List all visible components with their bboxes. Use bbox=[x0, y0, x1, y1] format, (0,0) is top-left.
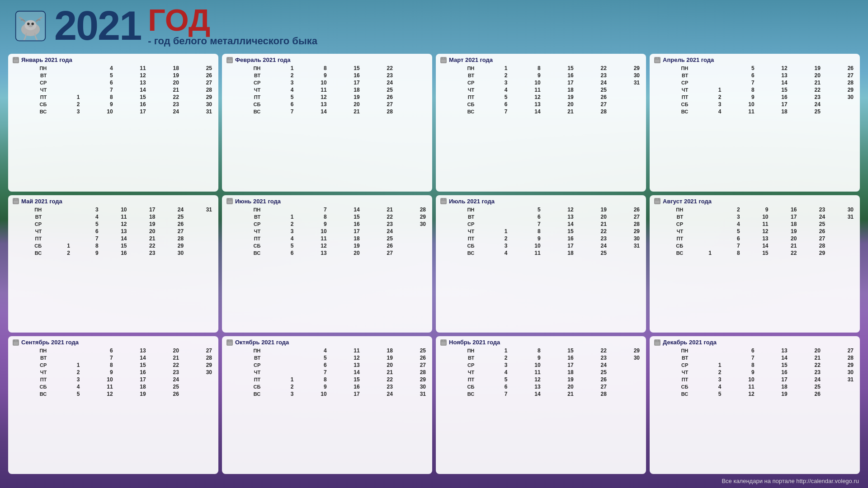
calendars-grid: Январь 2021 годаПН4111825ВТ5121926СР6132… bbox=[0, 52, 868, 476]
date-cell: 24 bbox=[148, 108, 181, 115]
table-row: ПТ5121926 bbox=[440, 94, 642, 101]
date-cell: 20 bbox=[576, 213, 609, 221]
date-cell: 31 bbox=[822, 376, 855, 383]
date-cell: 12 bbox=[81, 390, 114, 398]
table-row: ЧТ5121926 bbox=[654, 228, 855, 235]
day-label: ПН bbox=[13, 206, 43, 213]
table-row: ПН18152229 bbox=[440, 347, 642, 354]
date-cell: 20 bbox=[129, 228, 157, 235]
day-label: СБ bbox=[13, 101, 48, 108]
date-cell: 9 bbox=[81, 369, 114, 376]
date-cell: 2 bbox=[43, 249, 72, 257]
month-title: Сентябрь 2021 года bbox=[21, 339, 79, 346]
day-label: ЧТ bbox=[226, 86, 262, 94]
date-cell: 6 bbox=[81, 79, 114, 86]
table-row: СБ4111825 bbox=[654, 383, 855, 390]
date-cell: 20 bbox=[789, 347, 822, 354]
date-cell bbox=[827, 249, 855, 257]
date-cell: 3 bbox=[476, 242, 509, 249]
date-cell bbox=[395, 249, 428, 257]
calendar-icon bbox=[654, 198, 660, 204]
date-cell: 3 bbox=[262, 228, 295, 235]
date-cell: 24 bbox=[798, 213, 827, 221]
date-cell: 31 bbox=[827, 213, 855, 221]
date-cell: 19 bbox=[542, 94, 576, 101]
date-cell bbox=[262, 347, 295, 354]
date-cell: 3 bbox=[262, 390, 295, 398]
day-label: ЧТ bbox=[440, 86, 476, 94]
day-label: СБ bbox=[226, 242, 262, 249]
date-cell: 15 bbox=[542, 347, 576, 354]
date-cell: 20 bbox=[362, 361, 395, 369]
date-cell: 19 bbox=[576, 206, 609, 213]
day-label: СР bbox=[13, 221, 43, 228]
date-cell: 20 bbox=[770, 235, 799, 242]
date-cell: 15 bbox=[115, 361, 148, 369]
table-row: ЧТ6132027 bbox=[13, 228, 214, 235]
date-cell bbox=[262, 369, 295, 376]
date-cell: 8 bbox=[295, 65, 328, 72]
date-cell: 22 bbox=[789, 86, 822, 94]
day-label: ВТ bbox=[654, 213, 685, 221]
month-table: ПН310172431ВТ4111825СР5121926ЧТ6132027ПТ… bbox=[13, 206, 214, 257]
date-cell: 9 bbox=[723, 369, 756, 376]
table-row: ПТ7142128 bbox=[13, 235, 214, 242]
table-row: ВС310172431 bbox=[13, 108, 214, 115]
date-cell bbox=[827, 228, 855, 235]
date-cell: 19 bbox=[756, 390, 789, 398]
date-cell: 24 bbox=[789, 376, 822, 383]
year-label: 2021 bbox=[54, 5, 141, 46]
day-label: СР bbox=[440, 361, 476, 369]
date-cell: 18 bbox=[756, 383, 789, 390]
date-cell: 24 bbox=[362, 390, 395, 398]
date-cell: 3 bbox=[262, 79, 295, 86]
date-cell bbox=[43, 228, 72, 235]
date-cell: 8 bbox=[723, 86, 756, 94]
date-cell bbox=[609, 101, 642, 108]
month-card-1: Январь 2021 годаПН4111825ВТ5121926СР6132… bbox=[8, 54, 218, 192]
date-cell bbox=[609, 86, 642, 94]
date-cell: 1 bbox=[48, 94, 81, 101]
date-cell: 2 bbox=[476, 235, 509, 242]
date-cell: 21 bbox=[542, 390, 576, 398]
date-cell: 22 bbox=[148, 94, 181, 101]
table-row: ВТ29162330 bbox=[440, 354, 642, 361]
date-cell: 21 bbox=[148, 86, 181, 94]
date-cell: 6 bbox=[723, 347, 756, 354]
date-cell: 28 bbox=[395, 369, 428, 376]
date-cell: 7 bbox=[723, 79, 756, 86]
date-cell: 28 bbox=[576, 390, 609, 398]
month-card-9: Сентябрь 2021 годаПН6132027ВТ7142128СР18… bbox=[8, 336, 218, 474]
table-row: ПН5121926 bbox=[654, 65, 855, 72]
date-cell: 30 bbox=[395, 221, 428, 228]
date-cell: 31 bbox=[609, 242, 642, 249]
date-cell: 14 bbox=[509, 108, 542, 115]
date-cell: 22 bbox=[362, 376, 395, 383]
date-cell: 30 bbox=[181, 369, 214, 376]
date-cell: 26 bbox=[789, 390, 822, 398]
date-cell bbox=[395, 228, 428, 235]
date-cell bbox=[685, 228, 713, 235]
table-row: ПТ4111825 bbox=[226, 235, 428, 242]
table-row: ПН29162330 bbox=[654, 206, 855, 213]
table-row: СР3101724 bbox=[226, 79, 428, 86]
day-label: ЧТ bbox=[440, 228, 476, 235]
table-row: СР18152229 bbox=[654, 361, 855, 369]
month-header: Август 2021 года bbox=[654, 198, 855, 205]
date-cell: 29 bbox=[822, 361, 855, 369]
date-cell: 1 bbox=[685, 249, 713, 257]
date-cell: 13 bbox=[509, 101, 542, 108]
date-cell: 28 bbox=[609, 221, 642, 228]
date-cell: 29 bbox=[395, 213, 428, 221]
table-row: ВТ6132027 bbox=[654, 72, 855, 79]
date-cell: 21 bbox=[770, 242, 799, 249]
month-card-2: Февраль 2021 годаПН181522ВТ291623СР31017… bbox=[222, 54, 432, 192]
date-cell: 7 bbox=[713, 242, 742, 249]
date-cell bbox=[48, 347, 81, 354]
date-cell: 25 bbox=[395, 347, 428, 354]
date-cell: 2 bbox=[476, 72, 509, 79]
table-row: СБ3101724 bbox=[654, 101, 855, 108]
date-cell: 24 bbox=[157, 206, 185, 213]
date-cell: 2 bbox=[476, 354, 509, 361]
date-cell: 2 bbox=[262, 221, 295, 228]
